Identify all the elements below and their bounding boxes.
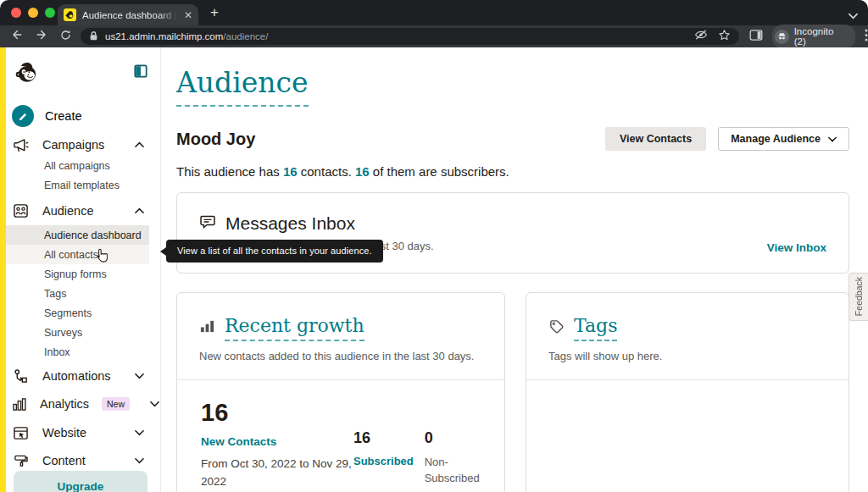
incognito-label: Incognito (2) bbox=[794, 26, 847, 47]
window-close-button[interactable] bbox=[11, 8, 21, 18]
sidebar-item-automations[interactable]: Automations bbox=[6, 365, 149, 387]
analytics-label: Analytics bbox=[40, 397, 89, 411]
growth-card-subtitle: New contacts added to this audience in t… bbox=[199, 350, 482, 362]
website-label: Website bbox=[42, 426, 122, 439]
new-contacts-value: 16 bbox=[201, 399, 353, 427]
chevron-down-icon bbox=[135, 457, 144, 464]
audience-name: Mood Joy bbox=[176, 130, 605, 149]
side-panel-icon[interactable] bbox=[749, 29, 763, 45]
sidebar-item-signup-forms[interactable]: Signup forms bbox=[6, 264, 149, 284]
back-icon[interactable] bbox=[10, 28, 24, 45]
growth-chart-icon bbox=[199, 319, 215, 337]
website-icon bbox=[12, 426, 30, 440]
tags-card: Tags Tags will show up here. bbox=[526, 292, 849, 492]
tab-title: Audience dashboard | Mailchimp bbox=[82, 10, 178, 20]
tags-card-subtitle: Tags will show up here. bbox=[548, 350, 826, 362]
sidebar-collapse-icon[interactable] bbox=[134, 64, 147, 81]
contacts-count: 16 bbox=[283, 164, 298, 179]
subscribed-value: 16 bbox=[353, 429, 425, 447]
sidebar-item-audience[interactable]: Audience bbox=[6, 200, 149, 222]
brand-accent-stripe bbox=[0, 47, 6, 492]
browser-toolbar: us21.admin.mailchimp.com/audience/ Incog… bbox=[0, 25, 868, 47]
reload-icon[interactable] bbox=[59, 29, 72, 45]
message-bubble-icon bbox=[199, 214, 216, 234]
window-minimize-button[interactable] bbox=[28, 8, 38, 18]
tags-link[interactable]: Tags bbox=[574, 315, 617, 341]
feedback-tab[interactable]: Feedback bbox=[849, 273, 868, 321]
manage-audience-button[interactable]: Manage Audience bbox=[718, 127, 849, 151]
lock-icon[interactable] bbox=[89, 29, 98, 44]
sidebar-item-email-templates[interactable]: Email templates bbox=[6, 175, 149, 195]
inbox-card-title: Messages Inbox bbox=[225, 213, 355, 234]
sidebar-item-audience-dashboard[interactable]: Audience dashboard bbox=[6, 225, 149, 245]
chevron-down-icon bbox=[828, 136, 837, 142]
incognito-profile-chip[interactable]: Incognito (2) bbox=[772, 25, 855, 48]
upgrade-button[interactable]: Upgrade bbox=[14, 471, 147, 492]
content-label: Content bbox=[42, 454, 122, 467]
view-inbox-link[interactable]: View Inbox bbox=[767, 241, 826, 254]
sidebar-item-all-contacts[interactable]: All contacts bbox=[6, 245, 149, 264]
sidebar-item-analytics[interactable]: Analytics New bbox=[6, 393, 149, 415]
sidebar-item-tags[interactable]: Tags bbox=[6, 284, 149, 303]
chevron-up-icon bbox=[135, 141, 144, 148]
forward-icon[interactable] bbox=[35, 28, 48, 45]
create-label: Create bbox=[45, 109, 160, 123]
address-bar[interactable]: us21.admin.mailchimp.com/audience/ bbox=[81, 28, 739, 45]
url-text: us21.admin.mailchimp.com/audience/ bbox=[105, 31, 687, 41]
incognito-icon bbox=[775, 30, 789, 44]
menu-dots-icon[interactable] bbox=[865, 29, 868, 45]
non-subscribed-label: Non-Subscribed bbox=[425, 455, 487, 487]
chevron-down-icon bbox=[135, 373, 144, 379]
sidebar-item-segments[interactable]: Segments bbox=[6, 303, 149, 323]
create-button[interactable]: Create bbox=[12, 105, 160, 127]
automations-label: Automations bbox=[42, 369, 122, 383]
audience-people-icon bbox=[12, 203, 30, 218]
sidebar-item-surveys[interactable]: Surveys bbox=[6, 323, 149, 342]
tab-close-icon[interactable]: ✕ bbox=[184, 10, 192, 20]
subscribers-count: 16 bbox=[355, 164, 370, 179]
sidebar-item-inbox[interactable]: Inbox bbox=[6, 342, 149, 362]
sidebar-item-content[interactable]: Content bbox=[6, 450, 149, 472]
content-icon bbox=[12, 454, 30, 467]
main-content: Audience Mood Joy View Contacts Manage A… bbox=[161, 47, 868, 492]
subscribed-link[interactable]: Subscribed bbox=[353, 455, 425, 467]
bookmark-star-icon[interactable] bbox=[718, 29, 731, 45]
chevron-down-icon bbox=[135, 429, 144, 436]
megaphone-icon bbox=[12, 138, 30, 152]
sidebar: Create Campaigns All campaigns Email tem… bbox=[0, 47, 161, 492]
date-range: From Oct 30, 2022 to Nov 29, 2022 bbox=[201, 456, 353, 491]
mailchimp-favicon bbox=[64, 8, 76, 21]
sidebar-item-campaigns[interactable]: Campaigns bbox=[6, 134, 149, 156]
tab-strip: Audience dashboard | Mailchimp ✕ + bbox=[0, 0, 868, 25]
eye-off-icon[interactable] bbox=[694, 29, 708, 44]
page-title[interactable]: Audience bbox=[176, 66, 309, 107]
pencil-icon bbox=[12, 105, 34, 127]
new-tab-button[interactable]: + bbox=[210, 6, 219, 19]
tab-search-chevron-icon[interactable] bbox=[849, 8, 858, 23]
view-contacts-button[interactable]: View Contacts bbox=[605, 127, 706, 151]
all-contacts-tooltip: View a list of all the contacts in your … bbox=[166, 240, 383, 263]
recent-growth-card: Recent growth New contacts added to this… bbox=[176, 292, 505, 492]
sidebar-item-website[interactable]: Website bbox=[6, 422, 149, 444]
window-zoom-button[interactable] bbox=[45, 8, 55, 18]
audience-label: Audience bbox=[42, 204, 122, 218]
window-controls bbox=[11, 8, 55, 18]
chevron-down-icon bbox=[150, 401, 159, 407]
automations-icon bbox=[12, 368, 30, 384]
new-contacts-link[interactable]: New Contacts bbox=[201, 435, 353, 448]
bar-chart-icon bbox=[12, 397, 27, 412]
recent-growth-link[interactable]: Recent growth bbox=[225, 315, 364, 341]
tag-icon bbox=[548, 318, 565, 338]
mailchimp-logo[interactable] bbox=[13, 59, 40, 90]
browser-tab[interactable]: Audience dashboard | Mailchimp ✕ bbox=[58, 4, 198, 25]
browser-window: Audience dashboard | Mailchimp ✕ + us21.… bbox=[0, 0, 868, 492]
audience-summary: This audience has 16 contacts. 16 of the… bbox=[176, 164, 849, 179]
non-subscribed-value: 0 bbox=[425, 429, 487, 447]
chevron-up-icon bbox=[135, 207, 144, 214]
sidebar-item-all-campaigns[interactable]: All campaigns bbox=[6, 156, 149, 175]
campaigns-label: Campaigns bbox=[42, 138, 122, 152]
pointer-cursor-icon bbox=[93, 248, 108, 268]
new-badge: New bbox=[102, 397, 130, 411]
